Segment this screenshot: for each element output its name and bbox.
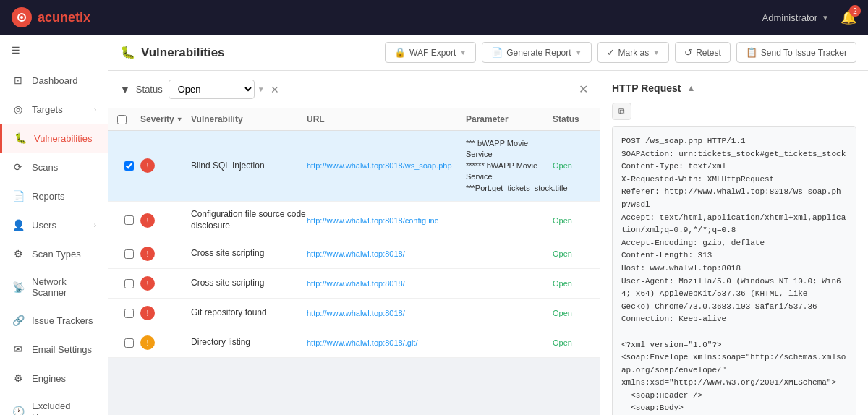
lock-icon: 🔒 <box>394 47 406 58</box>
engines-icon: ⚙ <box>12 372 25 385</box>
sidebar-item-network-scanner[interactable]: 📡 Network Scanner <box>0 268 108 306</box>
sidebar-item-email-settings[interactable]: ✉ Email Settings <box>0 335 108 364</box>
send-to-tracker-button[interactable]: 📋 Send To Issue Tracker <box>736 42 856 63</box>
dashboard-icon: ⊡ <box>12 74 25 87</box>
mark-as-button[interactable]: ✓ Mark as ▼ <box>597 42 670 63</box>
severity-icon-critical: ! <box>140 247 155 261</box>
filter-select-wrap: Open Closed Ignored False Positive ▼ <box>169 80 265 99</box>
table-header: Severity ▼ Vulnerability URL Parameter S… <box>109 108 600 131</box>
sidebar-item-label: Dashboard <box>32 75 78 86</box>
sidebar-item-dashboard[interactable]: ⊡ Dashboard <box>0 66 108 95</box>
header-status: Status <box>553 114 596 124</box>
sidebar-item-targets[interactable]: ◎ Targets › <box>0 95 108 124</box>
filter-bar: ▼ Status Open Closed Ignored False Posit… <box>109 71 600 108</box>
status-filter-select[interactable]: Open Closed Ignored False Positive <box>169 80 255 99</box>
filter-icon: ▼ <box>120 84 130 95</box>
notification-badge: 2 <box>849 5 861 17</box>
status-badge: Open <box>553 249 596 258</box>
sidebar-item-label: Targets <box>32 104 63 115</box>
sidebar-item-scan-types[interactable]: ⚙ Scan Types <box>0 239 108 268</box>
sidebar-item-users[interactable]: 👤 Users › <box>0 210 108 239</box>
notifications-bell[interactable]: 🔔 2 <box>841 9 856 25</box>
severity-cell: ! <box>140 335 191 350</box>
sidebar-item-scans[interactable]: ⟳ Scans <box>0 153 108 181</box>
select-all-checkbox[interactable] <box>117 115 127 124</box>
status-badge: Open <box>553 309 596 317</box>
collapse-icon[interactable]: ▲ <box>686 83 695 93</box>
reports-icon: 📄 <box>12 189 25 202</box>
sidebar-item-excluded-hours[interactable]: 🕐 Excluded Hours <box>0 393 108 415</box>
status-badge: Open <box>553 161 596 170</box>
severity-cell: ! <box>140 276 191 291</box>
row-checkbox[interactable] <box>124 338 134 348</box>
header-url: URL <box>307 114 466 124</box>
header-severity: Severity ▼ <box>140 114 191 124</box>
vulnerability-name: Blind SQL Injection <box>191 161 307 172</box>
svg-point-1 <box>20 16 23 19</box>
content-area: 🐛 Vulnerabilities 🔒 WAF Export ▼ 📄 Gener… <box>109 35 868 415</box>
table-row[interactable]: ! Cross site scripting http://www.whalwl… <box>109 239 600 269</box>
logo-icon <box>12 7 32 27</box>
header-vulnerability: Vulnerability <box>191 114 307 124</box>
sidebar-item-vulnerabilities[interactable]: 🐛 Vulnerabilities <box>0 124 108 153</box>
user-menu[interactable]: Administrator ▼ <box>762 12 829 23</box>
row-checkbox-cell <box>117 279 140 288</box>
status-badge: Open <box>553 216 596 225</box>
navbar-right: Administrator ▼ 🔔 2 <box>762 9 856 25</box>
excluded-hours-icon: 🕐 <box>12 405 25 415</box>
chevron-down-icon: ▼ <box>822 14 829 22</box>
header-checkbox <box>117 114 140 124</box>
vulnerability-name: Git repository found <box>191 307 307 319</box>
logo-text: acunetix <box>38 10 90 25</box>
sidebar-item-engines[interactable]: ⚙ Engines <box>0 364 108 393</box>
row-checkbox[interactable] <box>124 309 134 318</box>
vulnerability-url: http://www.whalwl.top:8018/ <box>307 249 466 258</box>
vulnerability-url: http://www.whalwl.top:8018/config.inc <box>307 216 466 225</box>
table-row[interactable]: ! Git repository found http://www.whalwl… <box>109 299 600 328</box>
copy-button[interactable]: ⧉ <box>612 103 631 120</box>
table-row[interactable]: ! Configuration file source code disclos… <box>109 202 600 239</box>
copy-icon: ⧉ <box>618 106 625 116</box>
row-checkbox[interactable] <box>124 215 134 225</box>
retest-button[interactable]: ↺ Retest <box>675 42 731 63</box>
severity-cell: ! <box>140 247 191 261</box>
sidebar-item-label: Scan Types <box>32 249 81 260</box>
sidebar-item-reports[interactable]: 📄 Reports <box>0 181 108 210</box>
severity-icon-critical: ! <box>140 213 155 228</box>
http-request-section-header: HTTP Request ▲ <box>612 82 856 94</box>
email-settings-icon: ✉ <box>12 343 25 356</box>
vulnerability-name: Cross site scripting <box>191 248 307 260</box>
main-layout: ☰ ⊡ Dashboard ◎ Targets › 🐛 Vulnerabilit… <box>0 35 868 415</box>
row-checkbox[interactable] <box>124 279 134 288</box>
waf-export-button[interactable]: 🔒 WAF Export ▼ <box>385 42 476 63</box>
severity-icon-critical: ! <box>140 276 155 291</box>
generate-report-button[interactable]: 📄 Generate Report ▼ <box>482 42 591 63</box>
filter-close-button[interactable]: ✕ <box>579 82 588 96</box>
scans-icon: ⟳ <box>12 161 25 174</box>
vulnerability-param: *** bWAPP Movie Service****** bWAPP Movi… <box>466 138 553 194</box>
table-row[interactable]: ! Cross site scripting http://www.whalwl… <box>109 269 600 299</box>
severity-icon-critical: ! <box>140 158 155 173</box>
filter-label: Status <box>136 84 163 95</box>
vulnerability-url: http://www.whalwl.top:8018/ <box>307 279 466 288</box>
row-checkbox[interactable] <box>124 161 134 171</box>
sidebar-item-label: Network Scanner <box>32 276 96 298</box>
vulnerabilities-icon: 🐛 <box>14 132 27 145</box>
navbar-left: acunetix <box>12 7 90 27</box>
row-checkbox[interactable] <box>124 249 134 259</box>
navbar-logo: acunetix <box>12 7 90 27</box>
sidebar-item-issue-trackers[interactable]: 🔗 Issue Trackers <box>0 306 108 335</box>
chevron-down-icon: ▼ <box>459 48 467 56</box>
vulnerability-url: http://www.whalwl.top:8018/ <box>307 309 466 317</box>
http-request-title: HTTP Request <box>612 82 681 94</box>
sidebar-item-label: Users <box>32 220 56 231</box>
filter-clear-button[interactable]: ✕ <box>271 84 279 95</box>
report-icon: 📄 <box>491 47 503 58</box>
chevron-down-icon: ▼ <box>652 48 660 56</box>
vulnerability-name: Directory listing <box>191 337 307 348</box>
navbar: acunetix Administrator ▼ 🔔 2 <box>0 0 868 35</box>
table-row[interactable]: ! Blind SQL Injection http://www.whalwl.… <box>109 131 600 202</box>
table-row[interactable]: ! Directory listing http://www.whalwl.to… <box>109 328 600 358</box>
menu-toggle[interactable]: ☰ <box>0 35 108 66</box>
scan-types-icon: ⚙ <box>12 247 25 260</box>
